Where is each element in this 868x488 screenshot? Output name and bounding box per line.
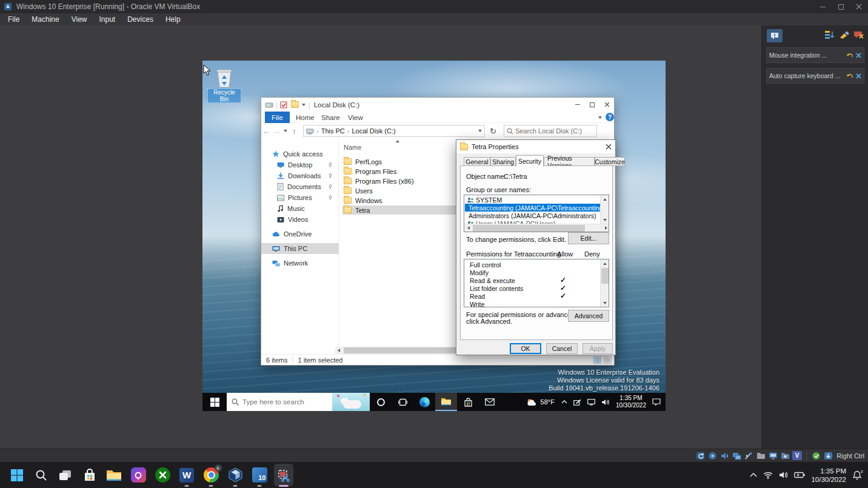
host-store-button[interactable] [78, 462, 102, 488]
vm-start-button[interactable] [202, 393, 227, 411]
host-explorer-button[interactable] [102, 462, 126, 488]
breadcrumb-this-pc[interactable]: This PC [321, 127, 345, 135]
volume-tray-icon[interactable] [598, 399, 612, 406]
sidebar-item-desktop[interactable]: Desktop [261, 159, 339, 170]
permissions-vscrollbar[interactable] [600, 259, 609, 307]
mouse-integration-icon[interactable] [811, 451, 821, 460]
host-win10-vm-button[interactable]: 10 [247, 462, 272, 488]
refresh-icon[interactable]: ↻ [490, 127, 496, 136]
notification-mouse-integration[interactable]: Mouse integration ... [766, 47, 864, 63]
back-button[interactable]: ← [261, 127, 272, 136]
audio-icon[interactable] [719, 451, 729, 460]
host-search-button[interactable] [29, 462, 53, 488]
apply-button[interactable]: Apply [583, 343, 613, 354]
cortana-button[interactable] [370, 393, 392, 411]
menu-devices[interactable]: Devices [122, 14, 159, 25]
group-list-vscrollbar[interactable] [600, 195, 609, 224]
notification-center-toggle[interactable] [767, 29, 783, 42]
ok-button[interactable]: OK [510, 343, 541, 354]
help-icon[interactable]: ? [606, 113, 614, 121]
vm-clock[interactable]: 1:35 PM 10/30/2022 [612, 395, 650, 409]
scroll-up-arrow[interactable] [601, 195, 609, 203]
thumbnail-view-icon[interactable] [604, 356, 612, 364]
vbox-minimize-button[interactable] [813, 2, 832, 12]
search-box[interactable] [504, 125, 597, 137]
file-row[interactable]: Program Files [344, 167, 396, 176]
ribbon-tab-file[interactable]: File [265, 112, 290, 123]
host-task-view-button[interactable] [53, 462, 78, 488]
action-center-icon[interactable] [650, 398, 666, 406]
scrollbar-thumb[interactable] [601, 268, 609, 284]
notification-auto-capture[interactable]: Auto capture keyboard ... [766, 68, 864, 84]
group-row[interactable]: SYSTEM [465, 196, 592, 204]
allow-check[interactable]: ✓ [560, 292, 566, 300]
scroll-down-arrow[interactable] [601, 299, 609, 307]
hdd-activity-icon[interactable] [695, 451, 705, 460]
tab-customize[interactable]: Customize [595, 157, 625, 166]
vm-search-input[interactable] [242, 398, 321, 406]
allow-check[interactable]: ✓ [560, 284, 566, 292]
highlighter-icon[interactable] [840, 31, 850, 39]
optical-disc-icon[interactable] [707, 451, 717, 460]
host-chrome-button[interactable]: E [199, 462, 223, 488]
weather-widget[interactable]: 58°F [522, 398, 558, 406]
menu-file[interactable]: File [2, 14, 25, 25]
sidebar-item-onedrive[interactable]: OneDrive [261, 229, 339, 239]
vbox-close-button[interactable] [850, 2, 868, 12]
sidebar-item-this-pc[interactable]: This PC [261, 243, 339, 254]
sidebar-item-downloads[interactable]: Downloads [261, 170, 339, 181]
store-taskbar-button[interactable] [457, 393, 479, 411]
tab-security[interactable]: Security [516, 155, 544, 166]
scroll-right-arrow[interactable] [602, 224, 609, 232]
explorer-minimize-button[interactable] [570, 100, 585, 110]
qat-customize-chevron-icon[interactable] [302, 104, 305, 106]
network-adapters-icon[interactable] [732, 451, 741, 460]
group-user-list[interactable]: SYSTEM Tetraaccounting (JAMAICA-PC\Tetra… [464, 195, 609, 232]
tab-sharing[interactable]: Sharing [490, 157, 516, 166]
close-notification-icon[interactable] [856, 73, 861, 79]
allow-check[interactable]: ✓ [560, 276, 566, 284]
host-xbox-button[interactable] [150, 462, 175, 488]
scroll-left-arrow[interactable] [335, 347, 342, 354]
menu-help[interactable]: Help [160, 14, 186, 25]
features-icon[interactable]: V [792, 451, 802, 460]
recent-locations-chevron-icon[interactable] [284, 130, 287, 132]
host-virtualbox-button[interactable] [223, 462, 247, 488]
menu-input[interactable]: Input [94, 14, 121, 25]
sort-notifications-icon[interactable] [824, 30, 835, 40]
sidebar-item-videos[interactable]: Videos [261, 214, 339, 225]
restore-notification-icon[interactable] [847, 52, 853, 58]
tab-previous-versions[interactable]: Previous Versions [544, 157, 595, 166]
scrollbar-thumb[interactable] [473, 225, 585, 232]
keyboard-capture-icon[interactable] [823, 451, 833, 460]
address-dropdown-chevron-icon[interactable] [478, 130, 482, 132]
recycle-bin-shortcut[interactable]: Recycle Bin [207, 68, 241, 104]
video-capture-icon[interactable] [780, 451, 790, 460]
qat-newfolder-icon[interactable] [291, 101, 299, 108]
advanced-button[interactable]: Advanced [568, 310, 609, 322]
scroll-left-arrow[interactable] [464, 224, 472, 232]
wifi-icon[interactable] [763, 472, 773, 479]
sidebar-item-pictures[interactable]: Pictures [261, 192, 339, 203]
cancel-button[interactable]: Cancel [546, 343, 578, 354]
mail-taskbar-button[interactable] [479, 393, 501, 411]
battery-icon[interactable] [794, 472, 805, 478]
file-row[interactable]: Windows [344, 196, 382, 205]
pen-tray-icon[interactable] [570, 399, 584, 406]
permissions-list[interactable]: Full control Modify Read & execute List … [464, 259, 609, 307]
vbox-maximize-button[interactable] [832, 2, 850, 12]
vm-search-box[interactable] [227, 393, 370, 411]
breadcrumb-current[interactable]: Local Disk (C:) [352, 127, 395, 135]
display-icon[interactable] [768, 451, 778, 460]
usb-icon[interactable] [744, 451, 753, 460]
shared-folders-icon[interactable] [756, 451, 766, 460]
discard-all-icon[interactable] [853, 31, 864, 39]
close-notification-icon[interactable] [856, 53, 861, 58]
explorer-maximize-button[interactable] [585, 100, 599, 110]
edit-button[interactable]: Edit... [568, 232, 609, 244]
scroll-down-arrow[interactable] [601, 216, 609, 224]
file-row[interactable]: Users [344, 186, 373, 195]
host-clock[interactable]: 1:35 PM 10/30/2022 [811, 467, 846, 484]
file-row[interactable]: Program Files (x86) [344, 176, 414, 186]
breadcrumb[interactable]: › This PC › Local Disk (C:) [303, 125, 485, 137]
